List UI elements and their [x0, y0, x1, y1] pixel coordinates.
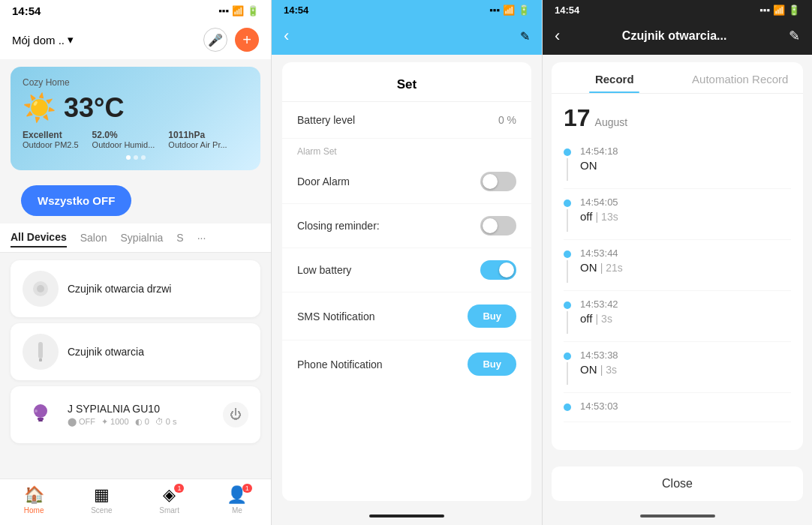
tab-record[interactable]: Record: [552, 62, 678, 93]
weather-dot-1: [126, 155, 131, 160]
tab-all-devices[interactable]: All Devices: [11, 228, 67, 248]
svg-point-1: [37, 285, 44, 292]
toggle-knob-door: [483, 174, 498, 189]
panel3-title: Czujnik otwarcia...: [622, 29, 727, 43]
record-content-2: 14:53:44 ON | 21s: [580, 248, 791, 274]
closing-reminder-row: Closing reminder:: [282, 204, 531, 248]
weather-card: Cozy Home ☀️ 33°C Excellent Outdoor PM2.…: [11, 67, 260, 170]
device-card-sensor2[interactable]: Czujnik otwarcia: [11, 323, 260, 380]
device-list: Czujnik otwarcia drzwi Czujnik otwarcia: [0, 253, 271, 478]
weather-label: Cozy Home: [23, 77, 248, 88]
record-content-4: 14:53:38 ON | 3s: [580, 350, 791, 376]
panel-home: 14:54 ▪▪▪ 📶 🔋 Mój dom .. ▾ 🎤 + Cozy Home…: [0, 0, 271, 525]
battery-icon-2: 🔋: [518, 4, 530, 16]
door-alarm-label: Door Alarm: [297, 176, 350, 188]
record-duration-2: | 21s: [600, 262, 623, 274]
bulb-power-button[interactable]: ⏻: [223, 402, 248, 428]
nav-me[interactable]: 1 👤 Me: [203, 485, 271, 514]
record-line-2: [567, 260, 568, 283]
tab-automation-record[interactable]: Automation Record: [678, 62, 804, 93]
all-off-button[interactable]: Wszystko OFF: [21, 185, 131, 216]
record-month: August: [595, 116, 628, 128]
weather-dot-3: [141, 155, 146, 160]
record-list: 14:54:18 ON 14:54:05 off | 13s: [552, 138, 803, 450]
record-time-0: 14:54:18: [580, 146, 791, 157]
back-button-2[interactable]: ‹: [284, 26, 289, 46]
signal-icon-2: ▪▪▪: [489, 4, 500, 16]
record-duration-1: | 13s: [596, 211, 618, 223]
alarm-section-label: Alarm Set: [282, 139, 531, 160]
tab-salon[interactable]: Salon: [80, 229, 107, 247]
tab-s[interactable]: S: [176, 229, 183, 247]
device-name-bulb: J SYPIALNIA GU10: [68, 403, 214, 415]
door-alarm-toggle[interactable]: [480, 172, 516, 191]
device-card-door-sensor[interactable]: Czujnik otwarcia drzwi: [11, 260, 260, 317]
toggle-knob-battery: [499, 262, 514, 278]
record-state-4: ON | 3s: [580, 363, 791, 376]
status-icons-2: ▪▪▪ 📶 🔋: [489, 4, 530, 16]
home-selector[interactable]: Mój dom .. ▾: [12, 33, 74, 46]
header-icons: 🎤 +: [203, 28, 259, 52]
svg-point-7: [35, 410, 38, 412]
low-battery-toggle[interactable]: [480, 260, 516, 280]
record-line-3: [567, 311, 568, 334]
wifi-icon-2: 📶: [503, 4, 515, 16]
svg-rect-5: [38, 418, 44, 420]
battery-icon: 🔋: [247, 5, 259, 16]
edit-icon-3[interactable]: ✎: [789, 28, 800, 44]
record-card: Record Automation Record 17 August 14:54…: [552, 62, 803, 450]
battery-level-label: Battery level: [297, 114, 355, 126]
back-button-3[interactable]: ‹: [555, 26, 560, 46]
record-content-1: 14:54:05 off | 13s: [580, 196, 791, 223]
battery-icon-3: 🔋: [788, 4, 800, 16]
phone-buy-button[interactable]: Buy: [468, 352, 516, 376]
nav-smart[interactable]: 1 ◈ Smart: [136, 485, 203, 514]
record-dot-wrap-3: [564, 298, 571, 334]
phone-notification-label: Phone Notification: [297, 358, 383, 370]
microphone-button[interactable]: 🎤: [203, 28, 227, 52]
close-button[interactable]: Close: [552, 466, 803, 501]
record-dot-wrap-5: [564, 400, 571, 411]
svg-rect-2: [38, 342, 43, 358]
record-state-2: ON | 21s: [580, 261, 791, 274]
record-item-1: 14:54:05 off | 13s: [564, 189, 791, 240]
sms-buy-button[interactable]: Buy: [468, 304, 516, 328]
device-card-bulb[interactable]: J SYPIALNIA GU10 ⬤ OFF ✦ 1000 ◐ 0 ⏱ 0 s …: [11, 386, 260, 443]
svg-rect-3: [39, 358, 42, 362]
tab-more-icon[interactable]: ···: [197, 232, 206, 244]
status-time-3: 14:54: [555, 4, 579, 16]
panel1-header: Mój dom .. ▾ 🎤 +: [0, 22, 271, 59]
weather-pm25: Excellent Outdoor PM2.5: [23, 130, 79, 149]
nav-scene[interactable]: ▦ Scene: [68, 485, 135, 514]
smart-nav-badge: 1: [174, 484, 184, 493]
device-icon-door: [23, 271, 59, 307]
sun-icon: ☀️: [23, 92, 56, 124]
edit-icon-2[interactable]: ✎: [520, 29, 530, 44]
home-nav-icon: 🏠: [24, 485, 44, 505]
tab-sypialnia[interactable]: Sypialnia: [121, 229, 164, 247]
record-dot-1: [564, 200, 571, 207]
add-icon: +: [242, 32, 251, 49]
weather-humidity: 52.0% Outdoor Humid...: [92, 130, 155, 149]
bottom-nav: 🏠 Home ▦ Scene 1 ◈ Smart 1 👤 Me: [0, 478, 271, 525]
record-line-0: [567, 158, 568, 181]
nav-home[interactable]: 🏠 Home: [0, 485, 68, 514]
status-icons-1: ▪▪▪ 📶 🔋: [218, 5, 259, 16]
status-time-2: 14:54: [284, 4, 308, 16]
device-name-sensor2: Czujnik otwarcia: [68, 346, 248, 358]
record-state-0: ON: [580, 159, 791, 172]
record-dot-wrap-4: [564, 350, 571, 385]
record-item-3: 14:53:42 off | 3s: [564, 291, 791, 342]
record-item-5: 14:53:03: [564, 393, 791, 422]
record-dot-5: [564, 404, 571, 411]
record-dot-wrap-0: [564, 146, 571, 181]
record-line-1: [567, 209, 568, 232]
add-button[interactable]: +: [235, 28, 259, 52]
device-icon-sensor2: [23, 334, 59, 370]
record-duration-3: | 3s: [596, 313, 612, 325]
device-info-door: Czujnik otwarcia drzwi: [68, 283, 248, 295]
weather-dots: [23, 155, 248, 160]
closing-reminder-toggle[interactable]: [480, 216, 516, 236]
status-bar-1: 14:54 ▪▪▪ 📶 🔋: [0, 0, 271, 22]
record-state-1: off | 13s: [580, 210, 791, 223]
